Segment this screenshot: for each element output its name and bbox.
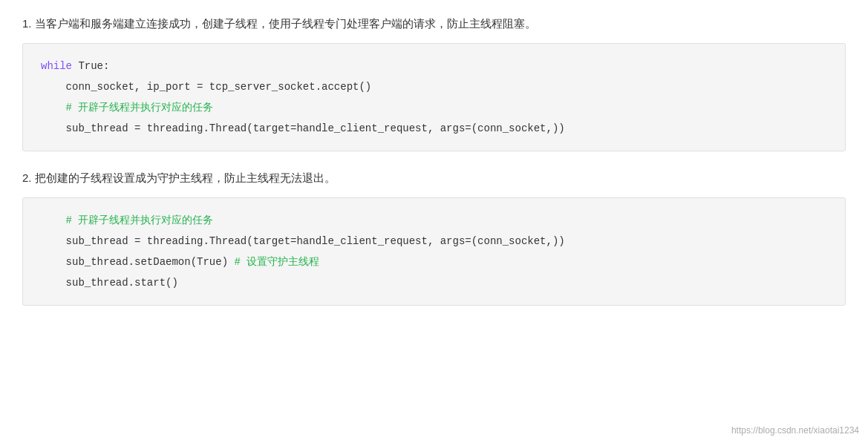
section-2-title: 2. 把创建的子线程设置成为守护主线程，防止主线程无法退出。 — [22, 169, 846, 187]
code-line-1-3: # 开辟子线程并执行对应的任务 — [41, 97, 827, 118]
code-block-1: while True: conn_socket, ip_port = tcp_s… — [22, 43, 846, 151]
code-block-2: # 开辟子线程并执行对应的任务 sub_thread = threading.T… — [22, 197, 846, 306]
section-1: 1. 当客户端和服务端建立连接成功，创建子线程，使用子线程专门处理客户端的请求，… — [22, 15, 846, 151]
page-content: 1. 当客户端和服务端建立连接成功，创建子线程，使用子线程专门处理客户端的请求，… — [22, 15, 846, 306]
code-text: True: — [72, 60, 109, 72]
code-line-2-4: sub_thread.start() — [41, 272, 827, 293]
code-line-1-1: while True: — [41, 56, 827, 76]
keyword-while: while — [41, 60, 72, 72]
code-line-2-3: sub_thread.setDaemon(True) # 设置守护主线程 — [41, 252, 827, 272]
section-1-title: 1. 当客户端和服务端建立连接成功，创建子线程，使用子线程专门处理客户端的请求，… — [22, 15, 846, 33]
code-line-1-4: sub_thread = threading.Thread(target=han… — [41, 118, 827, 139]
code-line-1-2: conn_socket, ip_port = tcp_server_socket… — [41, 76, 827, 97]
code-line-2-2: sub_thread = threading.Thread(target=han… — [41, 231, 827, 252]
comment-3: # 设置守护主线程 — [234, 256, 319, 268]
comment-1: # 开辟子线程并执行对应的任务 — [66, 102, 214, 114]
watermark: https://blog.csdn.net/xiaotai1234 — [731, 425, 859, 436]
comment-2: # 开辟子线程并执行对应的任务 — [66, 214, 214, 226]
code-line-2-1: # 开辟子线程并执行对应的任务 — [41, 210, 827, 231]
section-2: 2. 把创建的子线程设置成为守护主线程，防止主线程无法退出。 # 开辟子线程并执… — [22, 169, 846, 306]
